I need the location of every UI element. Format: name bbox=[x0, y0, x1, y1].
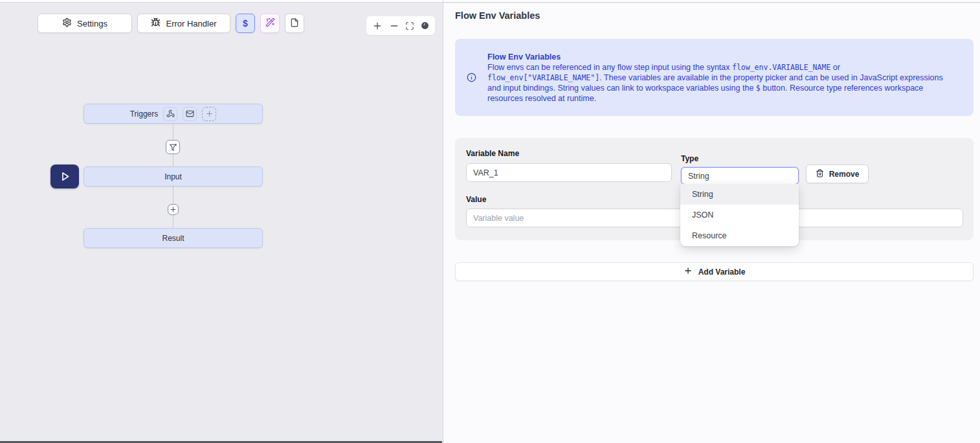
add-trigger-button[interactable] bbox=[202, 107, 216, 121]
run-flow-button[interactable] bbox=[50, 165, 79, 188]
info-heading: Flow Env Variables bbox=[487, 52, 946, 62]
info-callout: Flow Env Variables Flow envs can be refe… bbox=[455, 39, 974, 116]
play-icon bbox=[60, 171, 71, 182]
flow-toolbar: Settings Error Handler $ bbox=[38, 14, 304, 33]
remove-button-label: Remove bbox=[829, 170, 860, 179]
input-node[interactable]: Input bbox=[84, 166, 263, 187]
dark-circle-icon[interactable] bbox=[421, 21, 429, 30]
flow-env-variables-button[interactable]: $ bbox=[236, 14, 255, 33]
variable-name-label: Variable Name bbox=[466, 149, 519, 158]
gear-icon bbox=[62, 17, 72, 29]
result-node-label: Result bbox=[162, 234, 184, 243]
canvas-zoom-controls bbox=[366, 16, 435, 35]
trigger-filter-button[interactable] bbox=[166, 140, 180, 154]
input-node-label: Input bbox=[164, 172, 182, 181]
type-dropdown-menu: String JSON Resource bbox=[680, 184, 799, 246]
triggers-node[interactable]: Triggers bbox=[84, 104, 263, 124]
type-option-json[interactable]: JSON bbox=[680, 205, 799, 225]
result-node[interactable]: Result bbox=[84, 228, 263, 248]
zoom-out-icon[interactable] bbox=[389, 21, 399, 31]
webhook-icon bbox=[166, 109, 175, 118]
ai-wand-button[interactable] bbox=[260, 14, 280, 33]
bug-icon bbox=[151, 17, 161, 29]
add-variable-button[interactable]: Add Variable bbox=[455, 262, 974, 281]
variable-name-input[interactable] bbox=[466, 163, 672, 182]
wand-sparkles-icon bbox=[265, 17, 275, 29]
top-border bbox=[0, 0, 980, 3]
email-trigger-button[interactable] bbox=[183, 107, 197, 121]
type-option-resource[interactable]: Resource bbox=[680, 225, 799, 246]
dollar-icon: $ bbox=[243, 18, 248, 28]
value-label: Value bbox=[466, 195, 486, 204]
flow-editor-page: Settings Error Handler $ bbox=[0, 0, 980, 443]
trash-icon bbox=[816, 169, 824, 179]
add-variable-button-label: Add Variable bbox=[698, 267, 746, 277]
remove-variable-button[interactable]: Remove bbox=[806, 165, 869, 183]
error-handler-button[interactable]: Error Handler bbox=[137, 14, 230, 33]
plus-icon bbox=[205, 109, 214, 118]
info-icon bbox=[455, 73, 487, 82]
info-body: Flow envs can be referenced in any flow … bbox=[487, 62, 946, 104]
panel-title: Flow Env Variables bbox=[455, 10, 540, 21]
mail-icon bbox=[186, 109, 194, 118]
type-label: Type bbox=[681, 154, 698, 163]
flow-canvas[interactable]: Settings Error Handler $ bbox=[0, 3, 443, 443]
filter-icon bbox=[169, 143, 177, 152]
file-icon bbox=[290, 18, 299, 29]
plus-icon bbox=[170, 206, 177, 213]
zoom-in-icon[interactable] bbox=[372, 21, 383, 31]
flow-env-variables-panel: Flow Env Variables Flow Env Variables Fl… bbox=[443, 3, 980, 443]
settings-button-label: Settings bbox=[77, 19, 107, 28]
plus-icon bbox=[684, 266, 693, 277]
triggers-node-label: Triggers bbox=[130, 109, 159, 119]
type-option-string[interactable]: String bbox=[680, 184, 799, 205]
export-json-button[interactable] bbox=[285, 14, 304, 33]
panel-divider bbox=[443, 0, 443, 443]
settings-button[interactable]: Settings bbox=[38, 14, 132, 33]
webhook-trigger-button[interactable] bbox=[163, 107, 177, 121]
add-step-button[interactable] bbox=[168, 204, 179, 215]
fit-view-icon[interactable] bbox=[405, 21, 414, 30]
error-handler-button-label: Error Handler bbox=[166, 19, 216, 28]
type-select-input[interactable] bbox=[681, 167, 799, 185]
